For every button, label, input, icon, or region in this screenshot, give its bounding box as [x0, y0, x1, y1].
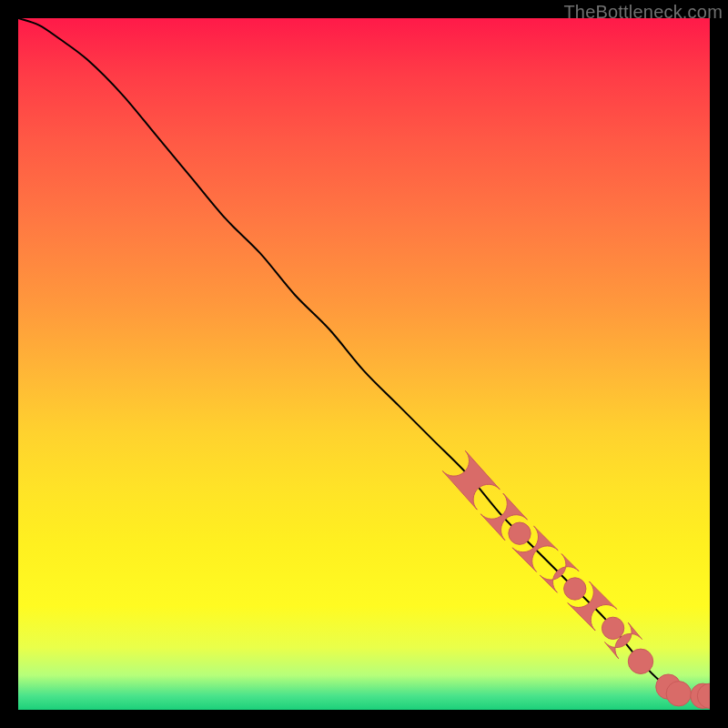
watermark-text: TheBottleneck.com: [563, 2, 723, 23]
svg-point-5: [666, 682, 691, 706]
chart-svg: [18, 18, 710, 710]
chart-markers: [442, 450, 710, 708]
chart-curve: [18, 18, 710, 697]
svg-point-2: [602, 617, 623, 639]
svg-point-3: [628, 649, 652, 673]
svg-point-1: [564, 578, 586, 600]
svg-point-0: [509, 522, 531, 544]
plot-area: [18, 18, 710, 710]
chart-frame: TheBottleneck.com: [0, 0, 728, 728]
